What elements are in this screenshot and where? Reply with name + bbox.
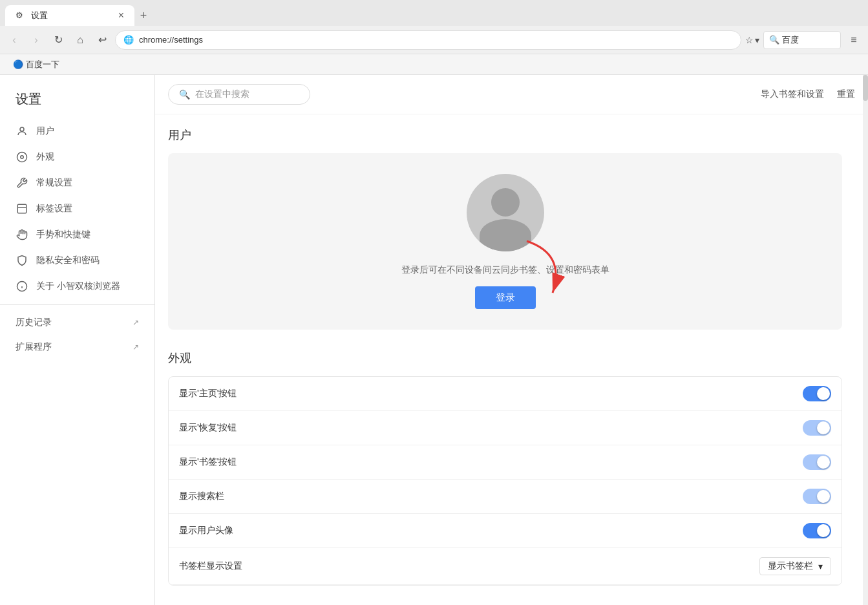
sidebar-item-history[interactable]: 历史记录 ↗ bbox=[0, 310, 154, 335]
user-section-title: 用户 bbox=[168, 127, 842, 143]
svg-rect-3 bbox=[17, 204, 26, 213]
sidebar-about-label: 关于 小智双核浏览器 bbox=[36, 281, 120, 292]
bookmarks-bar: 🔵 百度一下 bbox=[0, 54, 868, 75]
user-icon bbox=[16, 125, 28, 138]
bookmark-baidu[interactable]: 🔵 百度一下 bbox=[8, 58, 65, 72]
sidebar-user-label: 用户 bbox=[36, 125, 54, 137]
bookmark-star-button[interactable]: ☆ ▾ bbox=[745, 35, 759, 45]
toggle-row-restore: 显示'恢复'按钮 bbox=[169, 411, 842, 445]
user-card: 登录后可在不同设备间云同步书签、设置和密码表单 登录 bbox=[168, 153, 842, 330]
toggle-restore[interactable] bbox=[803, 420, 831, 436]
tab-close-btn[interactable]: × bbox=[118, 10, 124, 21]
baidu-favicon: 🔵 bbox=[13, 59, 23, 69]
settings-search-bar[interactable]: 🔍 在设置中搜索 bbox=[168, 84, 310, 105]
new-tab-button[interactable]: + bbox=[134, 6, 153, 25]
forward-button[interactable]: › bbox=[27, 31, 45, 49]
sidebar-item-general[interactable]: 常规设置 bbox=[0, 170, 154, 196]
toggle-search-bar-label: 显示搜索栏 bbox=[179, 491, 224, 502]
sidebar-item-extensions[interactable]: 扩展程序 ↗ bbox=[0, 335, 154, 359]
chevron-down-icon: ▾ bbox=[755, 35, 759, 45]
toggle-row-bookmark-btn: 显示'书签'按钮 bbox=[169, 445, 842, 480]
bookmarks-bar-dropdown[interactable]: 显示书签栏 ▾ bbox=[759, 557, 831, 575]
toggle-search-bar[interactable] bbox=[803, 489, 831, 504]
toggle-avatar-knob bbox=[817, 524, 830, 537]
settings-sidebar: 设置 用户 外观 常规设置 bbox=[0, 75, 155, 605]
external-link-icon: ↗ bbox=[132, 318, 139, 327]
toggle-avatar-label: 显示用户头像 bbox=[179, 525, 233, 536]
red-arrow-annotation bbox=[514, 235, 578, 306]
toggle-row-home: 显示'主页'按钮 bbox=[169, 377, 842, 411]
toggle-bookmark-btn-label: 显示'书签'按钮 bbox=[179, 456, 237, 468]
toggle-search-bar-knob bbox=[817, 490, 830, 503]
gesture-icon bbox=[16, 228, 28, 241]
palette-icon bbox=[16, 151, 28, 164]
toggle-bookmark-btn-knob bbox=[817, 456, 830, 469]
sidebar-appearance-label: 外观 bbox=[36, 151, 54, 163]
history-back-button[interactable]: ↩ bbox=[93, 31, 111, 49]
scrollbar[interactable] bbox=[863, 75, 868, 605]
search-icon: 🔍 bbox=[769, 35, 779, 45]
globe-icon: 🌐 bbox=[123, 35, 134, 45]
tab-title: 设置 bbox=[31, 10, 48, 21]
sidebar-item-user[interactable]: 用户 bbox=[0, 118, 154, 144]
address-text: chrome://settings bbox=[139, 35, 733, 45]
address-bar[interactable]: 🌐 chrome://settings bbox=[115, 30, 741, 50]
tab-favicon: ⚙ bbox=[16, 10, 26, 21]
search-engine-label: 百度 bbox=[782, 34, 799, 46]
svg-point-1 bbox=[17, 153, 27, 162]
sidebar-item-about[interactable]: 关于 小智双核浏览器 bbox=[0, 273, 154, 299]
svg-point-0 bbox=[20, 127, 24, 131]
sidebar-tabs-label: 标签设置 bbox=[36, 203, 72, 215]
active-tab[interactable]: ⚙ 设置 × bbox=[5, 5, 134, 26]
scrollbar-thumb[interactable] bbox=[863, 75, 868, 101]
dropdown-value: 显示书签栏 bbox=[768, 560, 813, 572]
reset-link[interactable]: 重置 bbox=[837, 89, 855, 100]
bookmarks-bar-row: 书签栏显示设置 显示书签栏 ▾ bbox=[169, 548, 842, 585]
toggle-home-knob bbox=[817, 387, 830, 400]
toggle-home[interactable] bbox=[803, 386, 831, 401]
import-bookmarks-link[interactable]: 导入书签和设置 bbox=[761, 89, 824, 100]
sidebar-item-gestures[interactable]: 手势和快捷键 bbox=[0, 222, 154, 248]
bookmarks-bar-label: 书签栏显示设置 bbox=[179, 560, 242, 572]
wrench-icon bbox=[16, 176, 28, 189]
toggle-bookmark-btn[interactable] bbox=[803, 454, 831, 470]
appearance-section-title: 外观 bbox=[168, 350, 842, 366]
search-placeholder: 在设置中搜索 bbox=[195, 89, 249, 100]
search-icon: 🔍 bbox=[179, 89, 190, 100]
settings-title: 设置 bbox=[0, 85, 154, 118]
star-icon: ☆ bbox=[745, 35, 754, 45]
toggle-restore-label: 显示'恢复'按钮 bbox=[179, 422, 237, 434]
extensions-label: 扩展程序 bbox=[16, 341, 52, 353]
shield-icon bbox=[16, 254, 28, 267]
sidebar-privacy-label: 隐私安全和密码 bbox=[36, 255, 100, 266]
appearance-settings-card: 显示'主页'按钮 显示'恢复'按钮 显示'书签'按钮 bbox=[168, 376, 842, 586]
toggle-home-label: 显示'主页'按钮 bbox=[179, 388, 237, 399]
back-button[interactable]: ‹ bbox=[5, 31, 23, 49]
toggle-row-avatar: 显示用户头像 bbox=[169, 514, 842, 548]
avatar-head bbox=[491, 188, 520, 217]
sidebar-item-tabs[interactable]: 标签设置 bbox=[0, 196, 154, 222]
info-icon bbox=[16, 280, 28, 293]
home-button[interactable]: ⌂ bbox=[71, 31, 89, 49]
main-menu-button[interactable]: ≡ bbox=[845, 31, 863, 49]
sidebar-item-appearance[interactable]: 外观 bbox=[0, 144, 154, 170]
sidebar-general-label: 常规设置 bbox=[36, 177, 72, 189]
tab-icon bbox=[16, 202, 28, 215]
chevron-down-icon: ▾ bbox=[818, 561, 823, 571]
sidebar-item-privacy[interactable]: 隐私安全和密码 bbox=[0, 248, 154, 273]
history-label: 历史记录 bbox=[16, 317, 52, 328]
main-content-area: 用户 登录后可在不同设备间云同步书签、设置和密码表单 登录 bbox=[155, 114, 868, 599]
sidebar-divider bbox=[0, 304, 154, 305]
sidebar-gestures-label: 手势和快捷键 bbox=[36, 229, 90, 240]
bookmark-label: 百度一下 bbox=[26, 59, 59, 70]
reload-button[interactable]: ↻ bbox=[49, 31, 67, 49]
toggle-row-search-bar: 显示搜索栏 bbox=[169, 480, 842, 514]
svg-point-2 bbox=[21, 156, 24, 159]
external-link-icon-2: ↗ bbox=[132, 343, 139, 352]
toggle-avatar[interactable] bbox=[803, 523, 831, 538]
browser-search-box[interactable]: 🔍 百度 bbox=[763, 31, 841, 49]
toggle-restore-knob bbox=[817, 421, 830, 434]
